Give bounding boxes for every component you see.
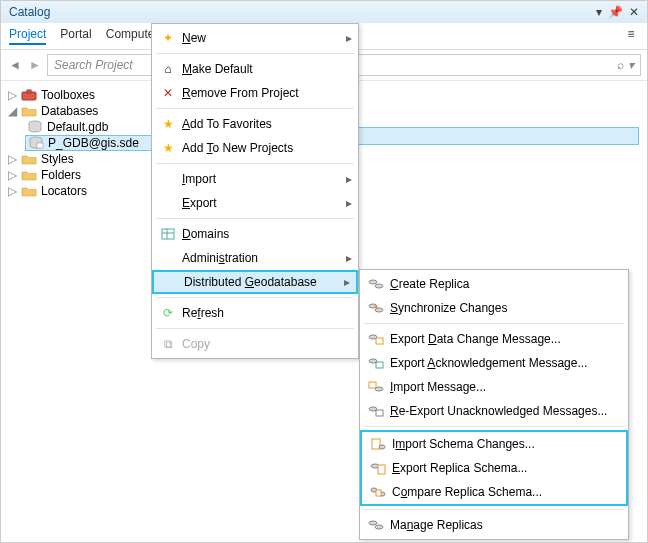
separator <box>156 108 354 109</box>
menu-copy: ⧉ Copy <box>152 332 358 356</box>
expand-icon[interactable]: ▷ <box>7 152 17 166</box>
submenu-arrow-icon: ▸ <box>346 172 352 186</box>
menu-label: Compare Replica Schema... <box>392 485 620 499</box>
menu-label: e-Export Unacknowledged Messages... <box>399 404 608 418</box>
menu-label: ynchronize Changes <box>398 301 507 315</box>
toolbox-icon <box>21 88 37 102</box>
expand-icon[interactable]: ▷ <box>7 168 17 182</box>
menu-refresh[interactable]: ⟳ Refresh <box>152 301 358 325</box>
menu-label: ake Default <box>192 62 253 76</box>
svg-rect-13 <box>376 338 383 344</box>
tree-label: Databases <box>41 104 98 118</box>
tab-portal[interactable]: Portal <box>60 27 91 45</box>
blank-icon <box>160 273 180 291</box>
expand-icon[interactable]: ▷ <box>7 88 17 102</box>
separator <box>364 323 624 324</box>
domains-icon <box>158 225 178 243</box>
svg-point-21 <box>379 445 385 449</box>
window-title: Catalog <box>9 5 50 19</box>
search-icon[interactable]: ⌕ <box>617 58 624 72</box>
tree-item-folders[interactable]: ▷ Folders <box>5 167 162 183</box>
back-icon[interactable]: ◄ <box>7 58 23 72</box>
titlebar: Catalog ▾ 📌 ✕ <box>1 1 647 23</box>
tree-label: Toolboxes <box>41 88 95 102</box>
separator <box>156 218 354 219</box>
svg-point-9 <box>375 284 383 288</box>
menu-remove[interactable]: ✕ Remove From Project <box>152 81 358 105</box>
svg-point-8 <box>369 280 377 284</box>
menu-import[interactable]: Import ▸ <box>152 167 358 191</box>
submenu-arrow-icon: ▸ <box>344 275 350 289</box>
remove-icon: ✕ <box>158 84 178 102</box>
dropdown-icon[interactable]: ▾ <box>596 5 602 19</box>
expand-icon[interactable]: ▷ <box>7 184 17 198</box>
folder-icon <box>21 184 37 198</box>
svg-rect-15 <box>376 362 383 368</box>
tree-item-toolboxes[interactable]: ▷ Toolboxes <box>5 87 162 103</box>
submenu-export-ack[interactable]: Export Acknowledgement Message... <box>360 351 628 375</box>
separator <box>156 163 354 164</box>
submenu-import-msg[interactable]: Import Message... <box>360 375 628 399</box>
menu-add-new-projects[interactable]: ★ Add To New Projects <box>152 136 358 160</box>
schema-group-highlight: Import Schema Changes... Export Replica … <box>360 430 628 506</box>
menu-label: Distributed Geodatabase <box>184 275 344 289</box>
menu-new[interactable]: ✦ New ▸ <box>152 26 358 50</box>
submenu-compare-schema[interactable]: Compare Replica Schema... <box>362 480 626 504</box>
menu-label: Refresh <box>182 306 352 320</box>
menu-label: ew <box>191 31 206 45</box>
separator <box>156 328 354 329</box>
menu-label: Export Acknowledgement Message... <box>390 356 622 370</box>
replica-icon <box>366 275 386 293</box>
tree-item-defaultgdb[interactable]: Default.gdb <box>5 119 162 135</box>
tree-item-databases[interactable]: ◢ Databases <box>5 103 162 119</box>
menu-make-default[interactable]: ⌂ Make Default <box>152 57 358 81</box>
svg-rect-1 <box>27 90 31 93</box>
sync-icon <box>366 299 386 317</box>
menu-distributed-geodatabase[interactable]: Distributed Geodatabase ▸ <box>152 270 358 294</box>
schema-compare-icon <box>368 483 388 501</box>
reexport-icon <box>366 402 386 420</box>
tree-item-styles[interactable]: ▷ Styles <box>5 151 162 167</box>
tree-item-locators[interactable]: ▷ Locators <box>5 183 162 199</box>
tree-label: Styles <box>41 152 74 166</box>
menu-label: xport <box>190 196 217 210</box>
svg-rect-5 <box>162 229 174 239</box>
submenu-import-schema[interactable]: Import Schema Changes... <box>362 432 626 456</box>
submenu-export-schema[interactable]: Export Replica Schema... <box>362 456 626 480</box>
submenu-synchronize[interactable]: Synchronize Changes <box>360 296 628 320</box>
svg-rect-26 <box>376 490 381 496</box>
svg-point-27 <box>369 521 377 525</box>
submenu-arrow-icon: ▸ <box>346 251 352 265</box>
tree-label: Folders <box>41 168 81 182</box>
menu-label: Administration <box>182 251 346 265</box>
hamburger-icon[interactable]: ≡ <box>623 27 639 45</box>
menu-add-favorites[interactable]: ★ Add To Favorites <box>152 112 358 136</box>
submenu-create-replica[interactable]: Create Replica <box>360 272 628 296</box>
menu-label: Manage Replicas <box>390 518 622 532</box>
menu-label: dd To Favorites <box>190 117 272 131</box>
menu-domains[interactable]: Domains <box>152 222 358 246</box>
menu-label: Export Data Change Message... <box>390 332 622 346</box>
star-icon: ★ <box>158 139 178 157</box>
menu-administration[interactable]: Administration ▸ <box>152 246 358 270</box>
svg-rect-4 <box>37 143 43 148</box>
submenu-reexport[interactable]: Re-Export Unacknowledged Messages... <box>360 399 628 423</box>
submenu-arrow-icon: ▸ <box>346 196 352 210</box>
search-dropdown-icon[interactable]: ▾ <box>628 58 634 72</box>
separator <box>364 509 624 510</box>
close-icon[interactable]: ✕ <box>629 5 639 19</box>
svg-rect-17 <box>369 382 376 388</box>
submenu-export-dcm[interactable]: Export Data Change Message... <box>360 327 628 351</box>
pin-icon[interactable]: 📌 <box>608 5 623 19</box>
menu-label: omains <box>191 227 230 241</box>
tree-item-pgdb[interactable]: P_GDB@gis.sde <box>25 135 162 151</box>
export-msg-icon <box>366 330 386 348</box>
folder-icon <box>21 104 37 118</box>
menu-label: emove From Project <box>191 86 299 100</box>
submenu-manage-replicas[interactable]: Manage Replicas <box>360 513 628 537</box>
collapse-icon[interactable]: ◢ <box>7 104 17 118</box>
menu-label: mport <box>185 172 216 186</box>
menu-export[interactable]: Export ▸ <box>152 191 358 215</box>
tab-project[interactable]: Project <box>9 27 46 45</box>
tree-label: Default.gdb <box>47 120 108 134</box>
